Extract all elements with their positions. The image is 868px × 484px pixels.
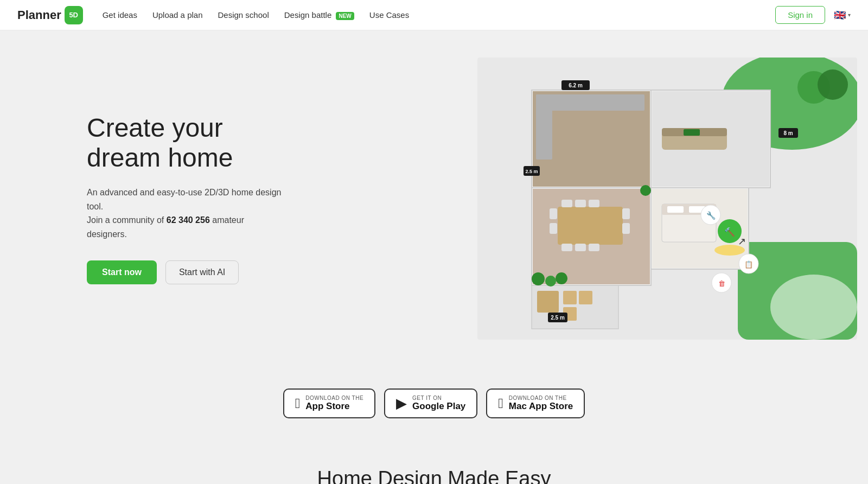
logo-icon-text: 5D (69, 11, 78, 19)
chevron-down-icon: ▾ (848, 12, 851, 18)
app-store-label-small: Download on the (305, 395, 363, 401)
start-now-button[interactable]: Start now (87, 260, 157, 284)
google-play-button[interactable]: ▶ GET IT ON Google Play (384, 389, 477, 418)
svg-rect-21 (589, 244, 599, 251)
svg-rect-18 (589, 200, 599, 207)
language-selector[interactable]: 🇬🇧 ▾ (834, 9, 851, 21)
svg-point-35 (556, 272, 567, 284)
svg-text:2.5 m: 2.5 m (525, 169, 538, 174)
app-store-button[interactable]:  Download on the App Store (283, 389, 375, 418)
svg-text:📋: 📋 (744, 260, 754, 269)
nav-use-cases[interactable]: Use Cases (369, 10, 409, 20)
svg-rect-17 (575, 200, 586, 207)
hero-content: Create your dream home An advanced and e… (0, 69, 282, 328)
bottom-section: Home Design Made Easy (0, 445, 868, 484)
hero-section: Create your dream home An advanced and e… (0, 30, 868, 367)
app-store-text: Download on the App Store (305, 395, 363, 412)
svg-rect-19 (561, 244, 572, 251)
nav-upload-plan[interactable]: Upload a plan (152, 10, 203, 20)
svg-text:2.5 m: 2.5 m (551, 315, 565, 321)
logo-wordmark: Planner (17, 8, 61, 22)
svg-point-34 (545, 276, 556, 286)
svg-point-36 (640, 185, 651, 196)
svg-rect-14 (536, 94, 552, 160)
flag-icon: 🇬🇧 (834, 9, 846, 21)
svg-rect-20 (575, 244, 586, 251)
svg-text:6.2 m: 6.2 m (569, 82, 583, 88)
svg-point-46 (714, 245, 745, 256)
apple-icon:  (295, 395, 301, 412)
logo-icon: 5D (65, 6, 83, 24)
new-badge: NEW (336, 12, 354, 20)
mac-app-store-button[interactable]:  Download on the Mac App Store (486, 389, 585, 418)
app-store-label-large: App Store (305, 401, 363, 412)
hero-subtitle: An advanced and easy-to-use 2D/3D home d… (87, 186, 282, 241)
floor-plan-svg: 🔧 🔨 ↗ 📋 🗑 6.2 m (477, 58, 857, 340)
svg-rect-37 (537, 291, 559, 313)
navbar: Planner 5D Get ideas Upload a plan Desig… (0, 0, 868, 30)
hero-title: Create your dream home (87, 113, 282, 173)
svg-point-33 (532, 272, 545, 285)
nav-get-ideas[interactable]: Get ideas (103, 10, 137, 20)
google-play-text: GET IT ON Google Play (412, 395, 465, 412)
svg-rect-16 (561, 200, 572, 207)
google-play-icon: ▶ (396, 395, 407, 412)
google-play-label-small: GET IT ON (412, 395, 465, 401)
start-ai-button[interactable]: Start with AI (165, 260, 239, 284)
bottom-title: Home Design Made Easy (0, 467, 868, 484)
hero-community-count: 62 340 256 (167, 215, 210, 225)
svg-text:🔧: 🔧 (706, 211, 716, 220)
svg-point-61 (818, 69, 848, 100)
svg-rect-31 (667, 206, 684, 213)
mac-store-label-small: Download on the (509, 395, 573, 401)
svg-rect-23 (550, 223, 557, 234)
navbar-left: Planner 5D Get ideas Upload a plan Desig… (17, 6, 409, 24)
svg-text:8 m: 8 m (783, 130, 793, 136)
mac-store-label-large: Mac App Store (509, 401, 573, 412)
signin-button[interactable]: Sign in (775, 6, 825, 24)
logo[interactable]: Planner 5D (17, 6, 83, 24)
svg-text:↗: ↗ (738, 236, 746, 247)
hero-image: 🔧 🔨 ↗ 📋 🗑 6.2 m (456, 30, 868, 367)
svg-rect-38 (563, 291, 577, 304)
nav-links: Get ideas Upload a plan Design school De… (103, 10, 409, 20)
nav-design-battle[interactable]: Design battle NEW (284, 10, 354, 20)
svg-point-3 (770, 275, 857, 340)
mac-store-text: Download on the Mac App Store (509, 395, 573, 412)
svg-rect-28 (684, 129, 700, 136)
svg-text:🗑: 🗑 (718, 279, 725, 288)
hero-buttons: Start now Start with AI (87, 260, 282, 284)
floor-plan: 🔧 🔨 ↗ 📋 🗑 6.2 m (477, 58, 857, 340)
svg-rect-25 (622, 223, 630, 234)
svg-text:🔨: 🔨 (724, 227, 735, 237)
svg-rect-24 (622, 208, 630, 219)
nav-design-school[interactable]: Design school (218, 10, 269, 20)
navbar-right: Sign in 🇬🇧 ▾ (775, 6, 851, 24)
svg-rect-22 (550, 208, 557, 219)
svg-rect-15 (558, 207, 623, 245)
apple-mac-icon:  (498, 395, 503, 412)
google-play-label-large: Google Play (412, 401, 465, 412)
store-section:  Download on the App Store ▶ GET IT ON … (0, 367, 868, 445)
svg-rect-39 (579, 291, 592, 304)
